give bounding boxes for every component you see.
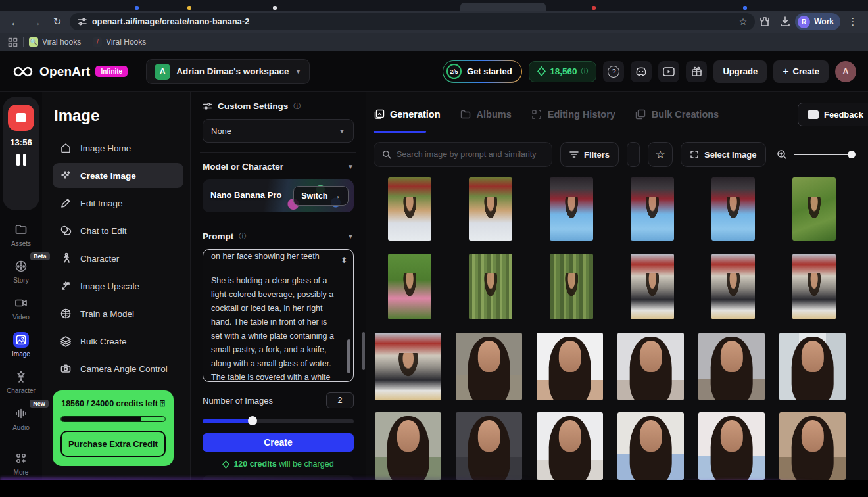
- slider-thumb[interactable]: [248, 416, 257, 425]
- chevron-down-icon[interactable]: ▼: [347, 233, 354, 240]
- number-of-images-value[interactable]: 2: [326, 392, 354, 408]
- bookmark-star-icon[interactable]: ☆: [739, 16, 748, 27]
- prompt-scrollbar[interactable]: [347, 339, 350, 373]
- rail-item-character[interactable]: Character: [7, 369, 36, 394]
- collapsed-control[interactable]: [627, 142, 640, 167]
- forward-button[interactable]: →: [28, 13, 45, 30]
- thumbnail[interactable]: [779, 412, 846, 480]
- screen-recorder-widget[interactable]: 13:56: [3, 97, 39, 210]
- switch-model-button[interactable]: Switch →: [293, 186, 349, 206]
- thumbnail[interactable]: [469, 178, 512, 241]
- thumbnail[interactable]: [388, 254, 431, 320]
- expand-prompt-icon[interactable]: ⬍: [341, 256, 347, 265]
- recording-timer: 13:56: [10, 137, 32, 147]
- menu-item-train-a-model[interactable]: Train a Model: [53, 301, 183, 326]
- active-tab[interactable]: [460, 3, 546, 11]
- help-button[interactable]: ?: [603, 61, 624, 82]
- tab-albums[interactable]: Albums: [460, 109, 512, 120]
- menu-item-image-home[interactable]: Image Home: [53, 135, 183, 160]
- menu-item-edit-image[interactable]: Edit Image: [53, 191, 183, 216]
- thumbnail[interactable]: [698, 333, 765, 400]
- credits-balance[interactable]: 18,560 ⓘ: [529, 61, 596, 82]
- thumbnail[interactable]: [469, 254, 512, 320]
- feedback-button[interactable]: Feedback: [798, 103, 868, 126]
- thumbnail[interactable]: [388, 178, 431, 241]
- create-button[interactable]: +Create: [773, 60, 829, 83]
- menu-item-character[interactable]: Character: [53, 246, 183, 271]
- tab-generation[interactable]: Generation: [374, 109, 441, 120]
- purchase-extra-credit-button[interactable]: Purchase Extra Credit: [60, 431, 166, 457]
- apps-grid-icon[interactable]: [8, 37, 18, 47]
- thumbnail[interactable]: [550, 178, 593, 241]
- thumbnail[interactable]: [711, 178, 755, 241]
- settings-panel-scrollbar[interactable]: [362, 332, 365, 370]
- user-avatar[interactable]: A: [835, 61, 856, 82]
- upgrade-button[interactable]: Upgrade: [713, 60, 767, 83]
- tab-bulk-creations[interactable]: Bulk Creations: [635, 109, 719, 120]
- rail-item-more[interactable]: More: [13, 450, 29, 476]
- site-settings-icon[interactable]: [78, 17, 87, 26]
- menu-item-create-image[interactable]: Create Image: [53, 163, 183, 188]
- menu-item-camera-angle-control[interactable]: Camera Angle Control: [53, 356, 183, 381]
- youtube-icon: [663, 67, 675, 76]
- extensions-icon[interactable]: [759, 16, 771, 28]
- gift-button[interactable]: [686, 61, 707, 82]
- thumbnail[interactable]: [792, 254, 836, 320]
- openart-logo[interactable]: OpenArt Infinite: [12, 64, 128, 79]
- thumbnail[interactable]: [779, 333, 846, 400]
- thumbnail[interactable]: [617, 333, 684, 400]
- rail-item-image[interactable]: Image: [12, 332, 30, 358]
- thumbnail[interactable]: [375, 333, 441, 400]
- browser-menu-icon[interactable]: ⋮: [844, 13, 861, 30]
- custom-settings-dropdown[interactable]: None ▼: [203, 119, 354, 143]
- stop-recording-button[interactable]: [8, 105, 34, 131]
- prompt-textarea[interactable]: on her face showing her teeth She is hol…: [203, 249, 354, 382]
- thumbnail[interactable]: [631, 178, 674, 241]
- pause-recording-button[interactable]: [16, 154, 26, 166]
- thumbnail[interactable]: [631, 254, 674, 320]
- number-of-images-slider[interactable]: [203, 416, 354, 425]
- reload-button[interactable]: ↻: [49, 13, 66, 30]
- rail-item-story[interactable]: Beta Story: [13, 258, 29, 284]
- browser-tab-strip[interactable]: [0, 0, 868, 11]
- zoom-slider[interactable]: [794, 154, 854, 155]
- favorites-button[interactable]: ☆: [648, 142, 673, 167]
- back-button[interactable]: ←: [7, 13, 24, 30]
- thumbnail[interactable]: [550, 254, 593, 320]
- bookmark-item[interactable]: / Viral Hooks: [93, 37, 146, 47]
- browser-profile-chip[interactable]: R Work: [795, 13, 840, 30]
- get-started-button[interactable]: 2/5 Get started: [443, 60, 523, 83]
- select-image-button[interactable]: Select Image: [681, 142, 766, 167]
- rail-item-audio[interactable]: New Audio: [12, 406, 30, 431]
- url-text[interactable]: openart.ai/image/create/nano-banana-2: [92, 17, 249, 26]
- thumbnail[interactable]: [698, 412, 765, 480]
- prompt-section-label: Prompt: [203, 231, 233, 241]
- downloads-icon[interactable]: [779, 16, 791, 28]
- thumbnail[interactable]: [456, 412, 522, 480]
- menu-item-bulk-create[interactable]: Bulk Create: [53, 329, 183, 354]
- create-image-button[interactable]: Create: [203, 433, 354, 452]
- thumbnail[interactable]: [711, 254, 755, 320]
- thumbnail[interactable]: [375, 412, 441, 480]
- search-input[interactable]: Search image by prompt and similarity: [374, 142, 552, 167]
- bookmark-item[interactable]: 🔍 Viral hooks: [29, 37, 81, 47]
- rail-item-video[interactable]: Video: [12, 295, 29, 321]
- url-bar[interactable]: openart.ai/image/create/nano-banana-2 ☆: [70, 13, 755, 30]
- thumbnail[interactable]: [537, 333, 603, 400]
- zoom-slider-thumb[interactable]: [848, 151, 856, 158]
- menu-item-image-upscale[interactable]: Image Upscale: [53, 273, 183, 298]
- chevron-down-icon[interactable]: ▼: [347, 163, 354, 170]
- thumbnail[interactable]: [617, 412, 684, 480]
- home-icon: [59, 141, 72, 154]
- tab-editing-history[interactable]: Editing History: [531, 109, 615, 120]
- filters-button[interactable]: Filters: [560, 142, 619, 167]
- selected-model-card[interactable]: Nano Banana Pro Switch →: [203, 179, 354, 212]
- thumbnail[interactable]: [456, 333, 522, 400]
- youtube-button[interactable]: [658, 61, 679, 82]
- discord-button[interactable]: [631, 61, 652, 82]
- menu-item-chat-to-edit[interactable]: Chat to Edit: [53, 218, 183, 243]
- rail-item-assets[interactable]: Assets: [11, 222, 31, 247]
- workspace-selector[interactable]: A Adrian Dimac's workspace ▼: [146, 59, 310, 84]
- thumbnail[interactable]: [792, 178, 836, 241]
- thumbnail[interactable]: [537, 412, 603, 480]
